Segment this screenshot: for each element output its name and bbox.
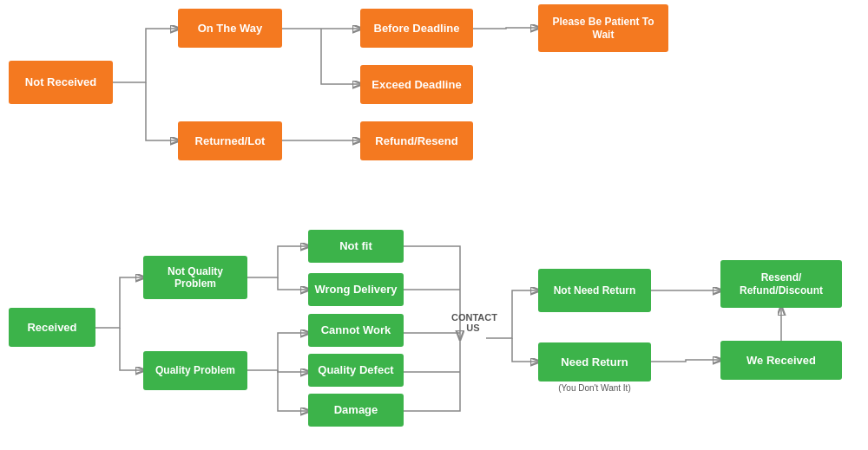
resend-refund-discount-node: Resend/ Refund/Discount — [720, 260, 842, 308]
please-be-patient-node: Please Be Patient To Wait — [538, 4, 668, 52]
flowchart-diagram: Not Received On The Way Returned/Lot Bef… — [0, 0, 868, 450]
not-need-return-node: Not Need Return — [538, 269, 651, 312]
contact-us-label: CONTACTUS — [451, 312, 495, 333]
not-received-node: Not Received — [9, 61, 113, 104]
refund-resend-node: Refund/Resend — [360, 121, 473, 160]
before-deadline-node: Before Deadline — [360, 9, 473, 48]
quality-problem-node: Quality Problem — [143, 351, 247, 390]
not-fit-node: Not fit — [308, 230, 404, 263]
cannot-work-node: Cannot Work — [308, 314, 404, 347]
we-received-node: We Received — [720, 341, 842, 380]
you-dont-want-it-label: (You Don't Want It) — [529, 383, 660, 393]
not-quality-problem-node: Not Quality Problem — [143, 256, 247, 299]
on-the-way-node: On The Way — [178, 9, 282, 48]
wrong-delivery-node: Wrong Delivery — [308, 273, 404, 306]
need-return-node: Need Return — [538, 342, 651, 382]
damage-node: Damage — [308, 394, 404, 427]
quality-defect-node: Quality Defect — [308, 354, 404, 387]
exceed-deadline-node: Exceed Deadline — [360, 65, 473, 104]
received-node: Received — [9, 308, 95, 347]
returned-lot-node: Returned/Lot — [178, 121, 282, 160]
